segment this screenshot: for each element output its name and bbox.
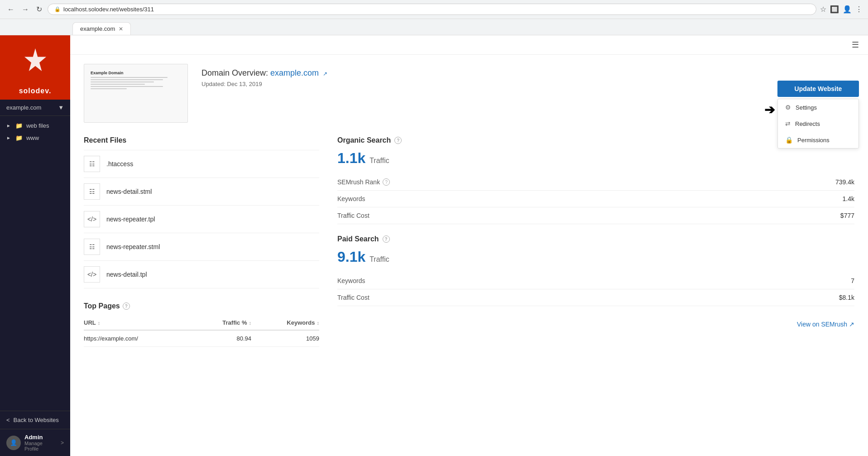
address-bar[interactable]: 🔒 localhost.solodev.net/websites/311 [48,4,816,15]
sort-url-icon[interactable]: ↕ [98,320,101,326]
solodev-logo-icon: solodev. [22,47,49,74]
dropdown-item-settings[interactable]: ⚙ Settings [778,99,858,115]
sidebar-item-web-files[interactable]: ► 📁 web files [0,120,70,132]
paid-keywords-value: 7 [851,277,854,284]
organic-traffic-value: 1.1k Traffic [337,150,854,167]
col-keywords-label: Keywords [287,319,315,326]
paid-keywords-row: Keywords 7 [337,273,854,289]
domain-info: Domain Overview: example.com ↗ Updated: … [201,64,327,87]
file-name-news-detail-stml: news-detail.stml [106,188,152,195]
avatar-initials: 👤 [10,439,17,446]
sidebar-domain-selector[interactable]: example.com ▼ [0,100,70,116]
expand-icon-www: ► [6,135,11,140]
paid-traffic-label: Traffic [369,255,389,263]
organic-keywords-value: 1.4k [843,195,854,202]
file-list: ☷ .htaccess ☷ news-detail.stml </> news-… [84,150,319,288]
tab-example-com[interactable]: example.com ✕ [72,22,131,35]
preview-line-5 [91,86,163,87]
sidebar-user-area[interactable]: 👤 Admin Manage Profile > [0,429,70,456]
back-button[interactable]: ← [5,5,16,14]
domain-overview-title: Domain Overview: example.com ↗ [201,68,327,78]
sidebar-item-www[interactable]: ► 📁 www [0,132,70,144]
profile-icon[interactable]: 👤 [843,5,852,14]
organic-help-icon[interactable]: ? [394,137,402,144]
solodev-brand: solodev. [0,85,70,100]
content-area: ☰ Example Domain [70,35,868,456]
external-link-icon[interactable]: ↗ [323,71,327,77]
sidebar-item-label-web-files: web files [26,122,49,129]
gear-icon: ⚙ [785,104,791,111]
table-row[interactable]: https://example.com/ 80.94 1059 [84,331,319,347]
file-item-news-repeater-tpl[interactable]: </> news-repeater.tpl [84,206,319,233]
domain-preview-thumbnail: Example Domain [84,64,188,123]
top-pages-section: Top Pages ? URL ↕ Traffic % ↕ [84,302,319,347]
back-to-websites-button[interactable]: < Back to Websites [0,411,70,429]
semrush-rank-help-icon[interactable]: ? [383,178,390,186]
tab-close-button[interactable]: ✕ [119,26,123,32]
top-pages-label: Top Pages [84,302,120,310]
expand-icon: ► [6,123,11,128]
sidebar-user-info: Admin Manage Profile [24,434,57,451]
domain-updated: Updated: Dec 13, 2019 [201,81,327,87]
paid-keywords-label: Keywords [337,277,365,284]
update-website-button[interactable]: Update Website [777,81,859,97]
app-container: solodev. solodev. example.com ▼ ► 📁 web … [0,35,868,456]
main-body: Recent Files ☷ .htaccess ☷ news-detail.s… [84,136,854,347]
sidebar-logo: solodev. [0,35,70,85]
folder-icon-www: 📁 [15,134,23,141]
dropdown-redirects-label: Redirects [795,120,820,127]
organic-keywords-row: Keywords 1.4k [337,191,854,207]
semrush-external-icon: ↗ [849,321,854,328]
domain-overview-label: Domain Overview: [201,68,268,77]
right-panel: Organic Search ? 1.1k Traffic SEMrush Ra… [337,136,854,347]
domain-link[interactable]: example.com [270,68,319,77]
col-header-keywords: Keywords ↕ [251,319,319,326]
avatar: 👤 [6,436,21,450]
file-icon-news-detail-stml: ☷ [84,183,100,200]
top-pages-title: Top Pages ? [84,302,319,310]
organic-semrush-rank-value: 739.4k [835,178,854,186]
file-item-news-repeater-stml[interactable]: ☷ news-repeater.stml [84,233,319,261]
top-pages-help-icon[interactable]: ? [123,302,130,310]
sort-keywords-icon[interactable]: ↕ [317,320,320,326]
redirect-icon: ⇄ [785,120,791,127]
domain-header: Example Domain Domain Overview: example.… [84,64,854,123]
semrush-link-area: View on SEMrush ↗ [337,313,854,328]
file-name-news-repeater-tpl: news-repeater.tpl [106,216,155,223]
organic-semrush-rank-row: SEMrush Rank ? 739.4k [337,174,854,191]
reload-button[interactable]: ↻ [34,4,44,14]
file-item-news-detail-stml[interactable]: ☷ news-detail.stml [84,178,319,206]
file-item-htaccess[interactable]: ☷ .htaccess [84,150,319,178]
extension-icon[interactable]: 🔲 [830,5,839,14]
forward-button[interactable]: → [20,5,31,14]
page-content: Example Domain Domain Overview: example.… [70,55,868,356]
dropdown-item-permissions[interactable]: 🔒 Permissions [778,132,858,148]
user-sub: Manage Profile [24,441,57,451]
arrow-indicator: ➔ [764,102,775,117]
more-icon[interactable]: ⋮ [855,5,863,14]
preview-inner: Example Domain [91,71,181,91]
user-name: Admin [24,434,57,441]
tab-label: example.com [80,25,115,32]
paid-search-section: Paid Search ? 9.1k Traffic Keywords 7 [337,235,854,328]
preview-line-6 [91,88,127,89]
dropdown-permissions-label: Permissions [797,137,830,144]
svg-marker-0 [24,48,46,71]
paid-help-icon[interactable]: ? [383,235,390,243]
paid-search-label: Paid Search [337,235,379,243]
file-item-news-detail-tpl[interactable]: </> news-detail.tpl [84,261,319,288]
paid-traffic-value: 9.1k Traffic [337,249,854,265]
file-name-news-repeater-stml: news-repeater.stml [106,243,160,250]
paid-traffic-cost-value: $8.1k [839,294,854,301]
back-label: Back to Websites [14,417,59,423]
organic-traffic-label: Traffic [369,157,389,164]
menu-icon[interactable]: ☰ [852,40,859,50]
semrush-link[interactable]: View on SEMrush ↗ [797,321,854,328]
left-panel: Recent Files ☷ .htaccess ☷ news-detail.s… [84,136,319,347]
top-pages-table-header: URL ↕ Traffic % ↕ Keywords ↕ [84,316,319,331]
dropdown-item-redirects[interactable]: ⇄ Redirects [778,115,858,132]
star-icon[interactable]: ☆ [820,5,826,14]
folder-icon: 📁 [15,122,23,129]
sidebar-footer: < Back to Websites 👤 Admin Manage Profil… [0,411,70,456]
organic-keywords-label: Keywords [337,195,365,202]
